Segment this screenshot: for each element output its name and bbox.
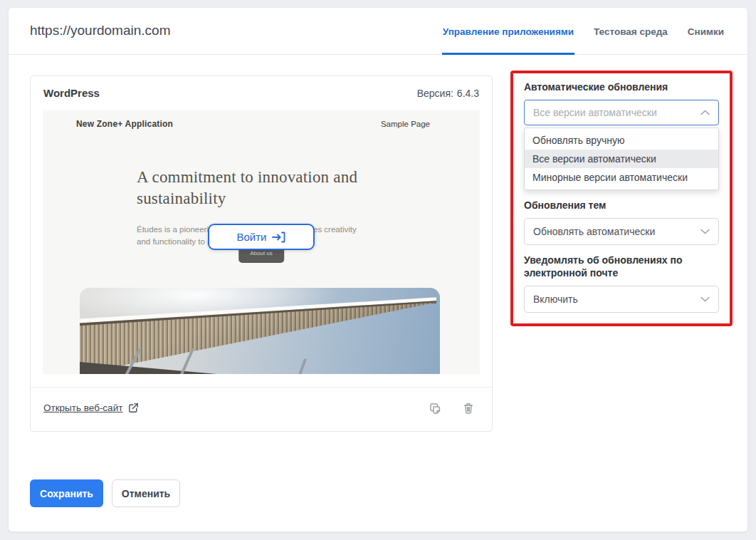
domain-title: https://yourdomain.com <box>30 23 170 38</box>
email-notifications-select[interactable]: Включить <box>524 286 719 313</box>
building-photo <box>80 288 440 374</box>
preview-nav-link: Sample Page <box>381 120 430 128</box>
app-title: WordPress <box>43 87 100 99</box>
option-update-manually[interactable]: Обновлять вручную <box>525 131 718 150</box>
tab-bar: Управление приложениями Тестовая среда С… <box>442 8 725 55</box>
save-button[interactable]: Сохранить <box>30 479 103 507</box>
tab-snapshots[interactable]: Снимки <box>687 8 725 55</box>
open-website-label: Открыть веб-сайт <box>43 403 122 413</box>
auto-updates-select[interactable]: Все версии автоматически <box>524 100 719 125</box>
chevron-down-icon <box>700 296 710 302</box>
app-version-label: Версия: <box>417 88 453 99</box>
tab-app-management[interactable]: Управление приложениями <box>442 8 574 55</box>
option-minor-versions-auto[interactable]: Минорные версии автоматически <box>525 168 718 187</box>
tab-staging[interactable]: Тестовая среда <box>593 8 668 55</box>
trash-icon <box>462 402 475 415</box>
open-website-link[interactable]: Открыть веб-сайт <box>43 402 140 414</box>
theme-updates-label: Обновления тем <box>524 199 719 212</box>
auto-updates-select-value: Все версии автоматически <box>533 107 657 118</box>
card-footer-divider <box>31 387 492 388</box>
arrow-right-into-bracket-icon <box>272 232 285 243</box>
preview-heading: A commitment to innovation and sustainab… <box>137 167 379 209</box>
email-notifications-select-value: Включить <box>533 294 578 305</box>
panel-header: https://yourdomain.com Управление прилож… <box>9 8 747 55</box>
chevron-down-icon <box>700 229 710 234</box>
chevron-up-icon <box>700 110 710 115</box>
delete-button[interactable] <box>462 402 475 415</box>
preview-site-title: New Zone+ Application <box>76 119 173 129</box>
email-notifications-label: Уведомлять об обновлениях по электронной… <box>524 254 732 279</box>
cancel-button[interactable]: Отменить <box>112 479 180 507</box>
site-preview: New Zone+ Application Sample Page A comm… <box>43 110 480 374</box>
app-version: Версия: 6.4.3 <box>417 88 479 99</box>
settings-highlight-panel: Автоматические обновления Все версии авт… <box>510 71 733 326</box>
wordpress-app-card: WordPress Версия: 6.4.3 New Zone+ Applic… <box>30 76 493 432</box>
main-panel: https://yourdomain.com Управление прилож… <box>8 7 748 532</box>
copy-button[interactable] <box>429 402 442 415</box>
login-button[interactable]: Войти <box>208 224 315 250</box>
theme-updates-select[interactable]: Обновлять автоматически <box>524 218 719 245</box>
copy-icon <box>429 402 442 415</box>
app-version-value: 6.4.3 <box>457 88 479 99</box>
theme-updates-select-value: Обновлять автоматически <box>533 226 655 237</box>
option-all-versions-auto[interactable]: Все версии автоматически <box>525 150 718 168</box>
card-action-icons <box>429 402 475 415</box>
external-link-icon <box>127 402 140 414</box>
auto-updates-options: Обновлять вручную Все версии автоматичес… <box>524 128 719 190</box>
login-button-label: Войти <box>237 231 267 243</box>
app-card-header: WordPress Версия: 6.4.3 <box>31 76 492 110</box>
auto-updates-label: Автоматические обновления <box>524 81 719 93</box>
